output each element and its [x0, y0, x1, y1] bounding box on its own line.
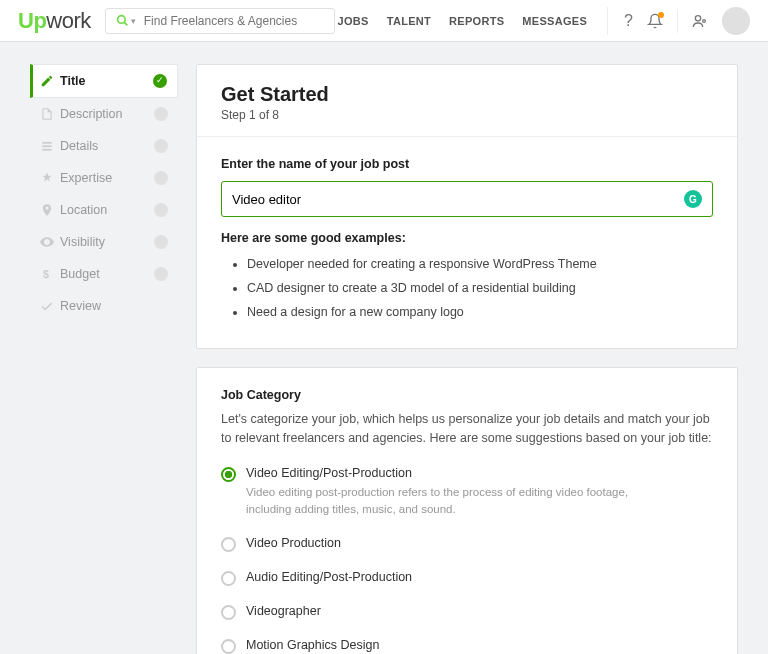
svg-point-2 — [695, 15, 700, 20]
top-header: Upwork ▾ JOBS TALENT REPORTS MESSAGES ? — [0, 0, 768, 42]
step-label: Expertise — [60, 171, 154, 185]
svg-rect-4 — [42, 142, 51, 144]
nav-links: JOBS TALENT REPORTS MESSAGES — [338, 15, 588, 27]
check-icon — [40, 299, 60, 313]
expertise-icon — [40, 171, 60, 185]
wizard-sidebar: Title Description Details Expertise Loca… — [30, 64, 178, 654]
title-panel: Get Started Step 1 of 8 Enter the name o… — [196, 64, 738, 349]
check-icon — [153, 74, 167, 88]
option-desc: Video editing post-production refers to … — [246, 484, 666, 519]
pencil-icon — [40, 74, 60, 88]
header-icons: ? — [607, 7, 750, 35]
svg-rect-5 — [42, 145, 51, 147]
status-dot — [154, 107, 168, 121]
option-label: Video Editing/Post-Production — [246, 466, 666, 480]
step-label: Location — [60, 203, 154, 217]
svg-point-3 — [703, 19, 706, 22]
category-panel: Job Category Let's categorize your job, … — [196, 367, 738, 654]
category-heading: Job Category — [221, 388, 713, 402]
sidebar-step-title[interactable]: Title — [30, 64, 178, 98]
svg-line-1 — [124, 22, 127, 25]
example-item: Developer needed for creating a responsi… — [247, 253, 713, 277]
nav-messages[interactable]: MESSAGES — [522, 15, 587, 27]
location-icon — [40, 203, 60, 217]
examples-list: Developer needed for creating a responsi… — [221, 253, 713, 324]
list-icon — [40, 139, 60, 153]
status-dot — [154, 139, 168, 153]
sidebar-step-review[interactable]: Review — [30, 290, 178, 322]
radio-icon — [221, 605, 236, 620]
sidebar-step-visibility[interactable]: Visibility — [30, 226, 178, 258]
logo[interactable]: Upwork — [18, 8, 91, 34]
chevron-down-icon[interactable]: ▾ — [131, 16, 136, 26]
radio-icon — [221, 467, 236, 482]
step-label: Visibility — [60, 235, 154, 249]
status-dot — [154, 203, 168, 217]
document-icon — [40, 107, 60, 121]
status-dot — [154, 171, 168, 185]
step-label: Description — [60, 107, 154, 121]
option-label: Motion Graphics Design — [246, 638, 379, 652]
search-input[interactable] — [144, 14, 324, 28]
nav-reports[interactable]: REPORTS — [449, 15, 504, 27]
content: Get Started Step 1 of 8 Enter the name o… — [196, 64, 738, 654]
category-option-motion-graphics[interactable]: Motion Graphics Design — [221, 634, 713, 654]
step-indicator: Step 1 of 8 — [221, 108, 713, 122]
help-icon[interactable]: ? — [624, 12, 633, 30]
category-option-video-editing[interactable]: Video Editing/Post-Production Video edit… — [221, 462, 713, 523]
svg-point-0 — [117, 16, 125, 24]
people-icon[interactable] — [692, 13, 708, 29]
search-icon — [116, 14, 129, 27]
nav-jobs[interactable]: JOBS — [338, 15, 369, 27]
dollar-icon: $ — [40, 267, 60, 281]
example-item: Need a design for a new company logo — [247, 301, 713, 325]
logo-up: Up — [18, 8, 46, 33]
grammarly-icon[interactable]: G — [684, 190, 702, 208]
step-label: Details — [60, 139, 154, 153]
category-options: Video Editing/Post-Production Video edit… — [221, 462, 713, 654]
category-desc: Let's categorize your job, which helps u… — [221, 410, 713, 448]
status-dot — [154, 267, 168, 281]
option-label: Audio Editing/Post-Production — [246, 570, 412, 584]
job-title-input[interactable] — [232, 192, 684, 207]
category-option-video-production[interactable]: Video Production — [221, 532, 713, 556]
svg-rect-6 — [42, 149, 51, 151]
svg-text:$: $ — [43, 268, 49, 280]
radio-icon — [221, 571, 236, 586]
search-box[interactable]: ▾ — [105, 8, 335, 34]
job-title-label: Enter the name of your job post — [221, 157, 713, 171]
step-label: Budget — [60, 267, 154, 281]
page-title: Get Started — [221, 83, 713, 106]
logo-work: work — [46, 8, 90, 33]
sidebar-step-location[interactable]: Location — [30, 194, 178, 226]
sidebar-step-budget[interactable]: $ Budget — [30, 258, 178, 290]
radio-icon — [221, 537, 236, 552]
status-dot — [154, 235, 168, 249]
panel-header: Get Started Step 1 of 8 — [197, 65, 737, 137]
nav-talent[interactable]: TALENT — [387, 15, 431, 27]
step-label: Review — [60, 299, 168, 313]
option-label: Video Production — [246, 536, 341, 550]
bell-icon[interactable] — [647, 13, 663, 29]
examples-heading: Here are some good examples: — [221, 231, 713, 245]
sidebar-step-description[interactable]: Description — [30, 98, 178, 130]
avatar[interactable] — [722, 7, 750, 35]
step-label: Title — [60, 74, 153, 88]
radio-icon — [221, 639, 236, 654]
divider — [677, 9, 678, 33]
category-option-videographer[interactable]: Videographer — [221, 600, 713, 624]
sidebar-step-details[interactable]: Details — [30, 130, 178, 162]
option-label: Videographer — [246, 604, 321, 618]
sidebar-step-expertise[interactable]: Expertise — [30, 162, 178, 194]
visibility-icon — [40, 235, 60, 249]
example-item: CAD designer to create a 3D model of a r… — [247, 277, 713, 301]
category-option-audio-editing[interactable]: Audio Editing/Post-Production — [221, 566, 713, 590]
job-title-input-wrap[interactable]: G — [221, 181, 713, 217]
